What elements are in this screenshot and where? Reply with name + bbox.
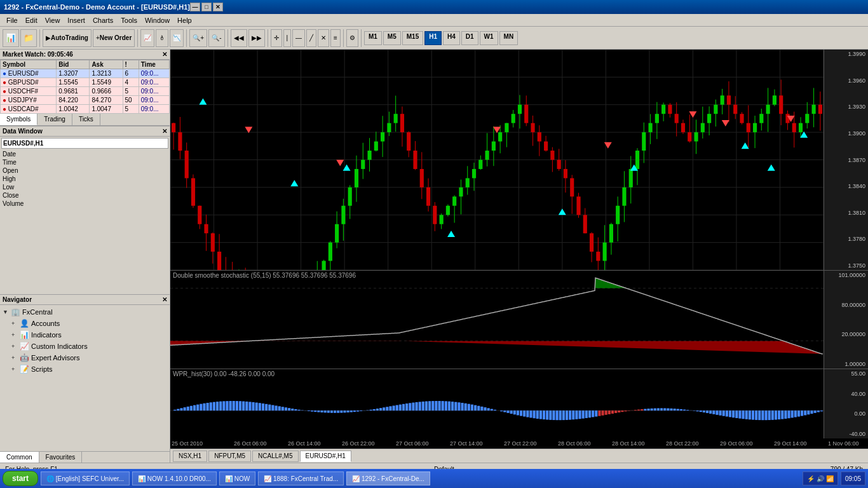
tf-h4[interactable]: H4 (443, 31, 460, 45)
nav-item-fxcentral[interactable]: ▼ 🏢 FxCentral (1, 306, 168, 318)
indicator1-canvas (170, 271, 824, 358)
autotrading-button[interactable]: ▶ AutoTrading (43, 29, 92, 47)
main-chart[interactable]: 1.3990 1.3960 1.3930 1.3900 1.3870 1.384… (170, 50, 868, 270)
dw-value-close (41, 192, 167, 199)
tf-w1[interactable]: W1 (480, 31, 498, 45)
mw-cell-spread: 6 (123, 69, 139, 78)
maximize-button[interactable]: □ (201, 3, 212, 11)
market-watch-row[interactable]: ● USDCHF# 0.9681 0.9666 5 09:0... (1, 87, 170, 96)
tf-m1[interactable]: M1 (364, 31, 382, 45)
start-label: start (12, 474, 29, 483)
nav-expand-scripts: + (11, 366, 19, 372)
nav-item-indicators[interactable]: + 📊 Indicators (1, 329, 168, 341)
scroll-left-button[interactable]: ◀◀ (231, 29, 247, 47)
ind2-label-3: 0.00 (827, 410, 865, 417)
col-time: Time (139, 60, 169, 69)
taskbar-item-3[interactable]: 📊 NOW (219, 471, 255, 485)
nav-tab-common[interactable]: Common (0, 452, 39, 463)
mw-cell-spread: 5 (123, 87, 139, 96)
mw-cell-ask: 0.9666 (90, 87, 123, 96)
nav-expand-accounts: + (11, 320, 19, 327)
fib-button[interactable]: ≡ (330, 29, 341, 47)
chart-line-button[interactable]: 📉 (170, 29, 184, 47)
tab-symbols[interactable]: Symbols (0, 114, 37, 125)
nav-tab-favourites[interactable]: Favourites (39, 452, 83, 463)
market-watch-row[interactable]: ● USDCAD# 1.0042 1.0047 5 09:0... (1, 105, 170, 114)
title-text: 1292 - FxCentral-Demo - Demo Account - [… (4, 3, 190, 11)
market-watch-row[interactable]: ● USDJPY# 84.220 84.270 50 09:0... (1, 96, 170, 105)
mw-cell-symbol: ● USDCHF# (1, 87, 57, 96)
mw-cell-symbol: ● USDJPY# (1, 96, 57, 105)
chart-tab-ncall[interactable]: NCALL#,M5 (252, 451, 298, 462)
chart-tab-nsx[interactable]: NSX,H1 (173, 451, 207, 462)
new-order-button[interactable]: + New Order (93, 29, 135, 47)
taskbar-item-4[interactable]: 📈 1888: FxCentral Trad... (258, 471, 344, 485)
taskbar-item-2[interactable]: 📊 NOW 1.4.10.0 DR00... (132, 471, 217, 485)
indicator-button[interactable]: ⚙ (346, 29, 358, 47)
autotrading-icon: ▶ (46, 34, 51, 41)
dw-row-time: Time (1, 158, 168, 166)
dw-label-volume: Volume (3, 200, 41, 207)
period-separator-button[interactable]: | (283, 29, 292, 47)
mw-cell-time: 09:0... (139, 105, 169, 114)
scroll-right-button[interactable]: ▶▶ (248, 29, 265, 47)
nav-expand-fxcentral: ▼ (3, 309, 10, 315)
new-chart-button[interactable]: 📊 (3, 29, 19, 47)
mw-cell-ask: 84.270 (90, 96, 123, 105)
close-button[interactable]: ✕ (213, 3, 223, 11)
menu-insert[interactable]: Insert (64, 15, 89, 25)
trendline-button[interactable]: ╱ (306, 29, 316, 47)
nav-item-accounts[interactable]: + 👤 Accounts (1, 318, 168, 329)
taskbar-item-5[interactable]: 📈 1292 - FxCentral-De... (346, 471, 430, 485)
chart-tab-nfput[interactable]: NFPUT,M5 (208, 451, 251, 462)
zoom-out-button[interactable]: 🔍- (208, 29, 224, 47)
crosshair-button[interactable]: ✛ (271, 29, 282, 47)
price-label-7: 1.3810 (827, 210, 865, 216)
chart-candlestick-button[interactable]: 🕯 (156, 29, 168, 47)
menu-edit[interactable]: Edit (22, 15, 41, 25)
tab-trading[interactable]: Trading (37, 114, 72, 125)
menu-file[interactable]: File (3, 15, 22, 25)
ind2-label-2: 40.00 (827, 391, 865, 397)
tf-d1[interactable]: D1 (461, 31, 478, 45)
market-watch-row[interactable]: ● GBPUSD# 1.5545 1.5549 4 09:0... (1, 78, 170, 87)
taskbar-item-1[interactable]: 🌐 [English] SEFC Univer... (41, 471, 130, 485)
nav-label-custom-indicators: Custom Indicators (31, 342, 88, 350)
navigator-close[interactable]: ✕ (162, 296, 167, 303)
menu-tools[interactable]: Tools (117, 15, 141, 25)
nav-item-expert-advisors[interactable]: + 🤖 Expert Advisors (1, 352, 168, 363)
indicator2-canvas (170, 369, 824, 428)
indicator1-panel: Double smoothe stochastic (55,15) 55.376… (170, 270, 868, 369)
navigator-header: Navigator ✕ (0, 295, 170, 305)
chart-tab-eurusd[interactable]: EURUSD#,H1 (300, 451, 351, 462)
price-label-2: 1.3960 (827, 78, 865, 84)
tab-ticks[interactable]: Ticks (72, 114, 100, 125)
tf-m5[interactable]: M5 (383, 31, 401, 45)
start-button[interactable]: start (3, 471, 38, 486)
nav-expand-custom-indicators: + (11, 343, 19, 349)
market-watch-close[interactable]: ✕ (162, 51, 167, 58)
minimize-button[interactable]: — (190, 3, 200, 11)
tf-m15[interactable]: M15 (402, 31, 423, 45)
nav-item-scripts[interactable]: + 📝 Scripts (1, 363, 168, 375)
menu-view[interactable]: View (41, 15, 64, 25)
left-panel: Market Watch: 09:05:46 ✕ Symbol Bid Ask … (0, 50, 170, 463)
menu-charts[interactable]: Charts (89, 15, 117, 25)
nav-icon-accounts: 👤 (19, 318, 29, 329)
nav-item-custom-indicators[interactable]: + 📈 Custom Indicators (1, 341, 168, 352)
cross-button[interactable]: ✕ (318, 29, 329, 47)
market-watch-row[interactable]: ● EURUSD# 1.3207 1.3213 6 09:0... (1, 69, 170, 78)
open-button[interactable]: 📁 (20, 29, 37, 47)
tf-h1[interactable]: H1 (424, 31, 442, 45)
tf-mn[interactable]: MN (499, 31, 519, 45)
menu-help[interactable]: Help (173, 15, 196, 25)
horizontal-line-button[interactable]: — (292, 29, 305, 47)
dw-value-open (41, 167, 167, 174)
mw-cell-symbol: ● USDCAD# (1, 105, 57, 114)
mw-cell-ask: 1.0047 (90, 105, 123, 114)
zoom-in-button[interactable]: 🔍+ (189, 29, 207, 47)
menu-window[interactable]: Window (141, 15, 173, 25)
chart-bar-button[interactable]: 📈 (140, 29, 154, 47)
dw-label-close: Close (3, 192, 41, 199)
data-window-close[interactable]: ✕ (162, 128, 167, 135)
